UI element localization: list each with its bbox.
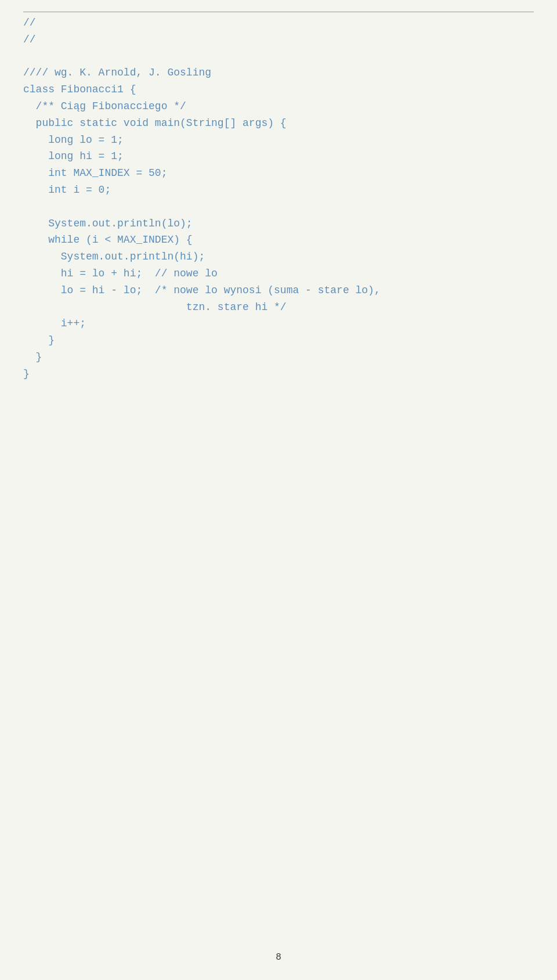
code-line-20: } [23,334,55,346]
code-line-17: lo = hi - lo; /* nowe lo wynosi (suma - … [23,284,381,296]
code-line-1: // [23,17,36,28]
code-line-6: /** Ciąg Fibonacciego */ [23,100,186,112]
code-line-11: int i = 0; [23,184,111,196]
code-line-15: System.out.println(hi); [23,251,205,262]
code-line-8: long lo = 1; [23,134,124,146]
top-divider [23,12,534,12]
code-line-4: //// wg. K. Arnold, J. Gosling [23,67,211,78]
code-line-16: hi = lo + hi; // nowe lo [23,268,218,279]
code-line-7: public static void main(String[] args) { [23,117,287,129]
page-number: 8 [276,952,281,963]
code-line-14: while (i < MAX_INDEX) { [23,234,193,246]
code-line-5: class Fibonacci1 { [23,84,136,95]
code-line-22: } [23,368,30,380]
code-line-19: i++; [23,318,86,329]
code-line-21: } [23,351,42,363]
code-line-18: tzn. stare hi */ [23,301,287,313]
code-line-10: int MAX_INDEX = 50; [23,167,167,179]
code-block: // // //// wg. K. Arnold, J. Gosling cla… [23,15,534,383]
code-line-13: System.out.println(lo); [23,218,193,229]
page-container: // // //// wg. K. Arnold, J. Gosling cla… [0,0,557,980]
code-line-9: long hi = 1; [23,150,124,162]
code-line-2: // [23,34,36,45]
